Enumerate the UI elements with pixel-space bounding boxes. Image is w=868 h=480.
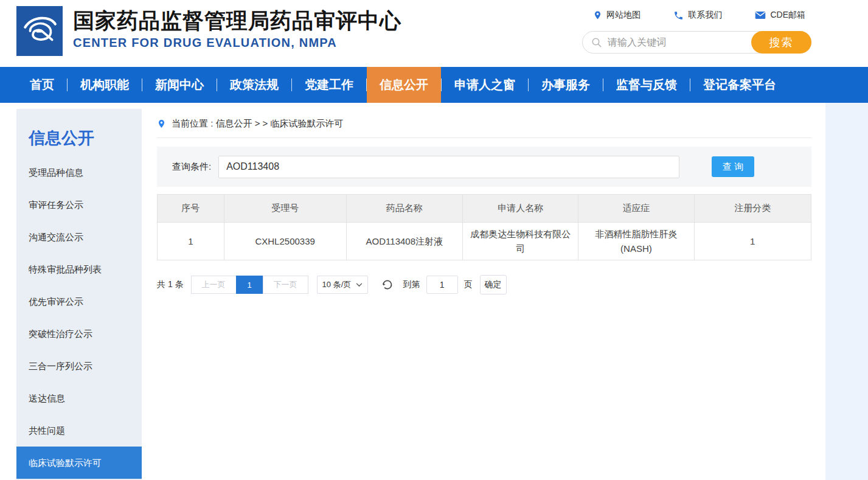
total-count-label: 共 1 条 [157,279,184,290]
sidebar-item-review-tasks[interactable]: 审评任务公示 [16,189,142,221]
mail-icon [755,11,766,19]
cell-acceptance-no: CXHL2500339 [224,223,346,260]
breadcrumb: 当前位置 : 信息公开 > > 临床试验默示许可 [157,118,811,138]
nav-item-news[interactable]: 新闻中心 [142,67,217,103]
header-right: 网站地图 联系我们 CDE邮箱 搜索 [582,10,811,54]
breadcrumb-text: 当前位置 : 信息公开 > > 临床试验默示许可 [172,118,344,130]
query-button[interactable]: 查 询 [712,156,754,177]
table-row: 1 CXHL2500339 AOD113408注射液 成都奥达生物科技有限公司 … [158,223,811,260]
main-content: 当前位置 : 信息公开 > > 临床试验默示许可 查询条件: 查 询 序号 受理… [142,103,825,480]
quick-links: 网站地图 联系我们 CDE邮箱 [582,10,811,21]
search-icon [591,37,602,48]
sidebar-item-special-approval[interactable]: 特殊审批品种列表 [16,253,142,285]
cell-seq: 1 [158,223,224,260]
query-condition-input[interactable] [218,156,679,178]
next-page-button[interactable]: 下一页 [263,276,308,294]
site-titles: 国家药品监督管理局药品审评中心 CENTER FOR DRUG EVALUATI… [73,6,401,50]
location-pin-icon [157,118,166,130]
cell-applicant: 成都奥达生物科技有限公司 [463,223,578,260]
goto-page-label: 到第 [403,279,420,290]
nav-item-home[interactable]: 首页 [17,67,67,103]
page-body: 信息公开 受理品种信息 审评任务公示 沟通交流公示 特殊审批品种列表 优先审评公… [0,103,868,480]
col-header-applicant: 申请人名称 [463,195,578,223]
sidebar-item-accepted-varieties[interactable]: 受理品种信息 [16,156,142,189]
nav-item-policies[interactable]: 政策法规 [217,67,291,103]
nav-item-functions[interactable]: 机构职能 [68,67,142,103]
main-nav: 首页 机构职能 新闻中心 政策法规 党建工作 信息公开 申请人之窗 办事服务 监… [0,67,868,103]
col-header-acceptance-no: 受理号 [224,195,346,223]
nav-item-info-disclosure[interactable]: 信息公开 [367,67,441,103]
results-table: 序号 受理号 药品名称 申请人名称 适应症 注册分类 1 CXHL2500339… [157,194,811,260]
mailbox-link[interactable]: CDE邮箱 [755,10,805,21]
sitemap-link[interactable]: 网站地图 [593,10,641,21]
sidebar-item-common-issues[interactable]: 共性问题 [16,414,142,447]
pager-group: 上一页 1 下一页 [192,276,308,294]
prev-page-button[interactable]: 上一页 [191,276,237,294]
goto-page-suffix: 页 [464,279,473,290]
pagination: 共 1 条 上一页 1 下一页 10 条/页 到第 页 确定 [157,275,811,294]
cde-logo [16,6,63,56]
site-header: 国家药品监督管理局药品审评中心 CENTER FOR DRUG EVALUATI… [0,0,868,67]
sidebar-item-clinical-trial-implied-license[interactable]: 临床试验默示许可 [16,447,142,479]
nav-item-applicant-window[interactable]: 申请人之窗 [442,67,528,103]
sidebar-item-breakthrough-therapy[interactable]: 突破性治疗公示 [16,318,142,350]
keyword-search-bar: 搜索 [582,31,811,54]
map-pin-icon [593,10,602,21]
search-button[interactable]: 搜索 [751,31,811,54]
cde-logo-icon [21,12,58,50]
confirm-button[interactable]: 确定 [480,275,507,294]
sidebar-title: 信息公开 [16,109,142,156]
sidebar: 信息公开 受理品种信息 审评任务公示 沟通交流公示 特殊审批品种列表 优先审评公… [16,109,142,480]
site-title: 国家药品监督管理局药品审评中心 [73,7,401,34]
sidebar-item-communication[interactable]: 沟通交流公示 [16,221,142,253]
col-header-seq: 序号 [158,195,224,223]
mailbox-link-label: CDE邮箱 [770,10,805,21]
cell-registration-class: 1 [694,223,811,260]
col-header-indication: 适应症 [578,195,694,223]
content-wrapper: 信息公开 受理品种信息 审评任务公示 沟通交流公示 特殊审批品种列表 优先审评公… [0,103,825,480]
refresh-button[interactable] [380,278,394,291]
goto-page-input[interactable] [426,276,458,294]
cell-indication: 非酒精性脂肪性肝炎(NASH) [578,223,694,260]
table-header-row: 序号 受理号 药品名称 申请人名称 适应症 注册分类 [158,195,811,223]
query-condition-label: 查询条件: [172,161,211,173]
site-subtitle: CENTER FOR DRUG EVALUATION, NMPA [73,36,401,50]
nav-item-supervision[interactable]: 监督与反馈 [603,67,690,103]
chevron-down-icon [356,283,363,287]
contact-link[interactable]: 联系我们 [673,10,722,21]
col-header-registration-class: 注册分类 [694,195,811,223]
refresh-icon [381,279,393,291]
nav-item-services[interactable]: 办事服务 [529,67,603,103]
nav-item-party[interactable]: 党建工作 [292,67,366,103]
page-1-button[interactable]: 1 [236,276,263,294]
query-band: 查询条件: 查 询 [157,147,811,187]
nav-item-registration-platform[interactable]: 登记备案平台 [690,67,789,103]
cell-drug-name: AOD113408注射液 [346,223,462,260]
sitemap-link-label: 网站地图 [606,10,641,21]
contact-link-label: 联系我们 [688,10,722,21]
sidebar-item-priority-review[interactable]: 优先审评公示 [16,285,142,318]
page-size-select[interactable]: 10 条/页 [317,276,368,294]
page-size-value: 10 条/页 [322,279,352,290]
col-header-drug-name: 药品名称 [346,195,462,223]
phone-icon [673,10,684,21]
sidebar-item-delivery-info[interactable]: 送达信息 [16,382,142,414]
sidebar-item-three-in-one[interactable]: 三合一序列公示 [16,350,142,382]
